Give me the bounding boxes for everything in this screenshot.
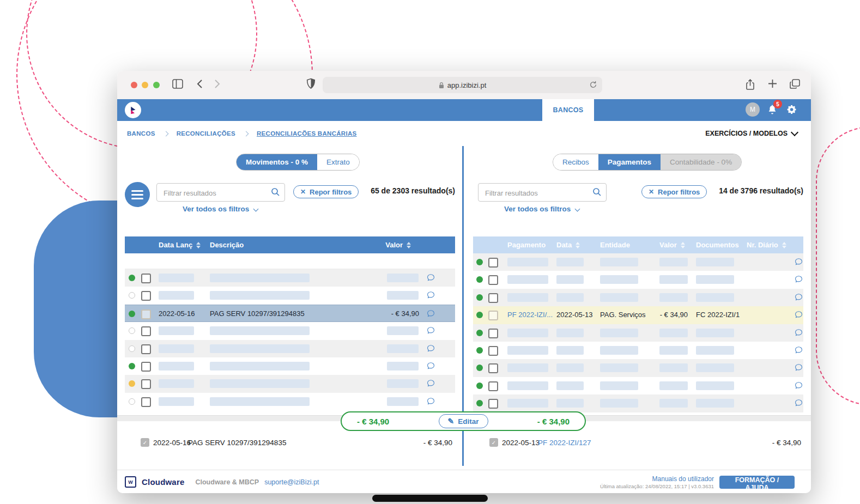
table-row[interactable]: PF 2022-IZI/...2022-05-13PAG. Serviços- … bbox=[473, 306, 803, 324]
row-checkbox[interactable] bbox=[488, 293, 498, 303]
sidebar-icon[interactable] bbox=[172, 78, 184, 92]
back-icon[interactable] bbox=[197, 79, 203, 91]
sort-icon[interactable] bbox=[782, 242, 786, 248]
comment-icon[interactable] bbox=[426, 397, 435, 406]
comment-icon[interactable] bbox=[426, 344, 435, 353]
cell-payment-link[interactable]: PF 2022-IZI/... bbox=[507, 311, 553, 319]
share-icon[interactable] bbox=[745, 78, 755, 93]
comment-icon[interactable] bbox=[426, 290, 435, 300]
row-checkbox[interactable] bbox=[141, 344, 151, 354]
right-summary-reference[interactable]: PF 2022-IZI/127 bbox=[538, 439, 591, 447]
checked-checkbox[interactable]: ✓ bbox=[489, 438, 498, 447]
row-checkbox[interactable] bbox=[488, 399, 498, 409]
exercicios-modelos-menu[interactable]: EXERCÍCIOS / MODELOS bbox=[705, 121, 797, 146]
table-row[interactable] bbox=[125, 375, 455, 392]
breadcrumb-item[interactable]: RECONCILIAÇÕES bbox=[177, 130, 235, 137]
new-tab-icon[interactable] bbox=[767, 78, 778, 91]
table-row[interactable] bbox=[125, 322, 455, 339]
checked-checkbox[interactable]: ✓ bbox=[141, 438, 149, 447]
row-checkbox[interactable] bbox=[141, 379, 151, 389]
row-checkbox[interactable] bbox=[141, 309, 151, 319]
left-view-all-filters[interactable]: Ver todos os filtros bbox=[156, 205, 284, 213]
row-checkbox[interactable] bbox=[488, 346, 498, 356]
forward-icon[interactable] bbox=[214, 79, 220, 91]
comment-icon[interactable] bbox=[794, 381, 803, 390]
table-row[interactable] bbox=[125, 393, 455, 410]
left-reset-filters-button[interactable]: ✕ Repor filtros bbox=[293, 185, 359, 198]
comment-icon[interactable] bbox=[794, 275, 803, 284]
table-row[interactable] bbox=[473, 359, 803, 377]
menu-hamburger-button[interactable] bbox=[125, 182, 150, 207]
sort-icon[interactable] bbox=[196, 242, 201, 248]
comment-icon[interactable] bbox=[794, 345, 803, 355]
table-row[interactable] bbox=[473, 394, 803, 412]
table-row[interactable] bbox=[125, 269, 455, 287]
edit-button[interactable]: ✎ Editar bbox=[439, 414, 488, 428]
row-checkbox[interactable] bbox=[488, 329, 498, 338]
table-row[interactable] bbox=[473, 253, 803, 271]
comment-icon[interactable] bbox=[794, 257, 803, 266]
row-checkbox[interactable] bbox=[488, 258, 498, 268]
comment-icon[interactable] bbox=[426, 379, 435, 388]
minimize-window-button[interactable] bbox=[142, 82, 148, 88]
table-row[interactable] bbox=[473, 289, 803, 306]
segmented-tab[interactable]: Contabilidade - 0% bbox=[661, 154, 741, 170]
shield-icon[interactable] bbox=[306, 78, 316, 92]
table-row[interactable] bbox=[125, 287, 455, 304]
comment-icon[interactable] bbox=[426, 273, 435, 282]
comment-icon[interactable] bbox=[426, 361, 435, 371]
right-reset-filters-button[interactable]: ✕ Repor filtros bbox=[641, 185, 707, 198]
left-filter-input[interactable] bbox=[162, 184, 268, 202]
breadcrumb-item[interactable]: BANCOS bbox=[127, 130, 155, 137]
comment-icon[interactable] bbox=[794, 310, 803, 319]
settings-gear-icon[interactable] bbox=[786, 104, 797, 117]
comment-icon[interactable] bbox=[426, 309, 435, 318]
notifications-bell-icon[interactable]: 5 bbox=[767, 104, 779, 116]
row-checkbox[interactable] bbox=[488, 311, 498, 320]
table-row[interactable] bbox=[473, 342, 803, 359]
segmented-tab[interactable]: Movimentos - 0 % bbox=[237, 154, 317, 170]
avatar[interactable]: M bbox=[746, 102, 760, 117]
row-checkbox[interactable] bbox=[488, 381, 498, 391]
table-row[interactable] bbox=[473, 377, 803, 394]
search-icon[interactable] bbox=[592, 187, 602, 199]
right-view-all-filters[interactable]: Ver todos os filtros bbox=[478, 205, 605, 213]
manuals-link[interactable]: Manuais do utilizador bbox=[652, 475, 714, 483]
izibizi-logo-icon[interactable] bbox=[125, 102, 141, 118]
segmented-tab[interactable]: Pagamentos bbox=[598, 154, 661, 170]
breadcrumb-item[interactable]: RECONCILIAÇÕES BANCÁRIAS bbox=[257, 130, 357, 137]
sort-icon[interactable] bbox=[681, 242, 685, 248]
comment-icon[interactable] bbox=[794, 398, 803, 408]
right-filter-input[interactable] bbox=[484, 184, 590, 202]
comment-icon[interactable] bbox=[794, 328, 803, 337]
segmented-tab[interactable]: Recibos bbox=[553, 154, 598, 170]
row-checkbox[interactable] bbox=[141, 326, 151, 336]
row-checkbox[interactable] bbox=[141, 274, 151, 283]
comment-icon[interactable] bbox=[794, 293, 803, 302]
sort-icon[interactable] bbox=[576, 242, 580, 248]
zoom-window-button[interactable] bbox=[153, 82, 160, 88]
right-selection-summary: ✓ 2022-05-13 PF 2022-IZI/127 - € 34,90 bbox=[464, 437, 811, 449]
url-bar[interactable]: app.izibizi.pt bbox=[323, 77, 602, 93]
search-icon[interactable] bbox=[271, 187, 280, 199]
row-checkbox[interactable] bbox=[141, 291, 151, 301]
close-window-button[interactable] bbox=[131, 82, 137, 88]
support-email-link[interactable]: suporte@iziBizi.pt bbox=[264, 478, 319, 486]
row-checkbox[interactable] bbox=[488, 275, 498, 285]
segmented-tab[interactable]: Extrato bbox=[317, 154, 359, 170]
row-checkbox[interactable] bbox=[141, 362, 151, 372]
reload-icon[interactable] bbox=[589, 80, 597, 91]
comment-icon[interactable] bbox=[426, 326, 435, 335]
table-row[interactable] bbox=[125, 340, 455, 357]
help-button[interactable]: FORMAÇÃO / AJUDA bbox=[719, 476, 795, 489]
tab-overview-icon[interactable] bbox=[789, 78, 801, 92]
row-checkbox[interactable] bbox=[488, 363, 498, 373]
table-row[interactable] bbox=[473, 271, 803, 288]
comment-icon[interactable] bbox=[794, 363, 803, 372]
table-row[interactable]: 2022-05-16PAG SERV 10297/391294835- € 34… bbox=[125, 305, 455, 322]
table-row[interactable] bbox=[125, 357, 455, 375]
table-row[interactable] bbox=[473, 324, 803, 342]
tab-bancos[interactable]: BANCOS bbox=[542, 99, 594, 121]
sort-icon[interactable] bbox=[407, 242, 411, 248]
row-checkbox[interactable] bbox=[141, 397, 151, 407]
